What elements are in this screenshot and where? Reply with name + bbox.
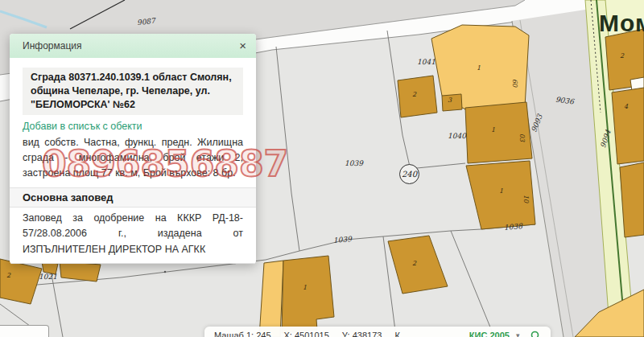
status-bar: Мащаб 1: 245 Х: 4501015 У: 438173 К КИС … (204, 327, 551, 337)
section-main-order: Основна заповед (10, 187, 256, 208)
object-title: Сграда 80371.240.1039.1 област Смолян, о… (23, 68, 243, 115)
building-label: 4 (624, 103, 628, 110)
building-label: 2 (6, 272, 10, 279)
building-1041-3[interactable] (442, 94, 462, 111)
building-1040-1[interactable] (465, 102, 532, 163)
parcel-label: 1038 (504, 222, 523, 232)
parcel-label: 1039 (345, 159, 363, 167)
parcel-label: 1039 (333, 235, 353, 245)
building-label: 1 (477, 64, 481, 72)
info-panel: Информация × Сграда 80371.240.1039.1 обл… (10, 34, 256, 264)
building-east-4[interactable] (612, 88, 644, 164)
building-label: 3 (448, 97, 452, 104)
building-label: 03 (518, 134, 526, 142)
parcel-label: 1041 (417, 58, 436, 66)
survey-point (164, 271, 166, 273)
street-name-label: Мом (599, 10, 644, 37)
building-label: 1 (499, 187, 503, 195)
building-1041-2[interactable] (398, 76, 437, 117)
parcel-label: 1040 (448, 132, 466, 140)
info-panel-header: Информация × (10, 34, 256, 58)
cadastral-map-app: 9087 1041 1040 1039 1039 1038 1021 9036 … (0, 0, 644, 337)
building-label: 2 (412, 91, 416, 98)
close-icon[interactable]: × (239, 34, 246, 58)
crs-dropdown[interactable]: КИС 2005 (469, 331, 510, 337)
coord-x: Х: 4501015 (284, 331, 329, 337)
building-label: 1 (303, 284, 307, 291)
building-label: 60 (511, 79, 518, 87)
order-text: Заповед за одобрение на КККР РД-18-57/28… (23, 211, 243, 257)
building-label: 10 (522, 195, 530, 203)
magnifier-icon[interactable] (530, 331, 541, 337)
point-label: 240 (402, 170, 417, 179)
building-label: 2 (412, 260, 416, 267)
section-neighbors: Съседи (10, 263, 256, 264)
chevron-down-icon: ▾ (516, 331, 520, 337)
info-panel-body: Сграда 80371.240.1039.1 област Смолян, о… (10, 68, 256, 264)
mini-control-box (0, 325, 49, 337)
building-label: 2 (620, 52, 624, 60)
scale-value: Мащаб 1: 245 (214, 331, 271, 337)
cadastral-point-marker[interactable]: 240 (399, 164, 419, 184)
building-label: 1 (491, 126, 495, 134)
add-to-list-link[interactable]: Добави в списък с обекти (23, 121, 142, 132)
object-details: вид собств. Частна, функц. предн. Жилищн… (23, 135, 243, 182)
coord-system-label: К (394, 331, 399, 337)
parcel-label: 1021 (39, 273, 57, 281)
info-panel-title: Информация (23, 40, 81, 51)
coord-y: У: 438173 (342, 331, 382, 337)
